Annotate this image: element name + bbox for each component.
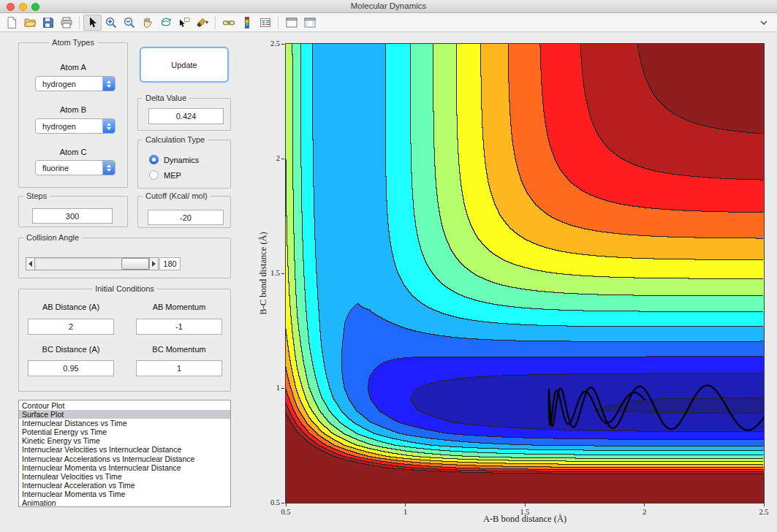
zoom-in-icon[interactable] xyxy=(102,15,120,31)
list-item[interactable]: Internuclear Momenta vs Time xyxy=(19,490,230,498)
ab-momentum-field[interactable]: -1 xyxy=(136,319,222,335)
toolbar-separator xyxy=(215,16,216,29)
x-tick-mark xyxy=(286,503,287,506)
plot-type-listbox[interactable]: Contour Plot Surface Plot Internuclear D… xyxy=(18,400,231,507)
radio-selected-icon[interactable] xyxy=(149,155,159,164)
window-controls xyxy=(7,3,39,11)
potential-energy-surface-plot[interactable] xyxy=(286,44,764,503)
steps-panel-title: Steps xyxy=(23,191,50,200)
ab-distance-field[interactable]: 2 xyxy=(28,319,114,335)
close-button[interactable] xyxy=(7,3,15,11)
ab-momentum-label: AB Momentum xyxy=(136,303,222,311)
atom-b-value: hydrogen xyxy=(42,122,76,131)
minimize-button[interactable] xyxy=(19,3,27,11)
title-bar: Molecular Dynamics xyxy=(0,0,777,13)
y-tick-mark xyxy=(281,388,284,389)
y-tick-label: 2.5 xyxy=(261,39,280,48)
update-button[interactable]: Update xyxy=(140,47,229,83)
cutoff-panel-title: Cutoff (Kcal/ mol) xyxy=(143,191,211,200)
initial-conditions-panel-title: Initial Conditions xyxy=(92,284,157,293)
list-item[interactable]: Internuclear Velocities vs Internuclear … xyxy=(19,445,230,454)
atom-c-label: Atom C xyxy=(18,148,128,156)
pan-hand-icon[interactable] xyxy=(138,15,156,31)
hide-plot-tools-icon[interactable] xyxy=(282,15,300,31)
atom-b-label: Atom B xyxy=(18,105,128,114)
print-icon[interactable] xyxy=(57,15,75,31)
x-tick-mark xyxy=(764,503,765,506)
rotate-3d-icon[interactable] xyxy=(156,15,175,31)
list-item[interactable]: Contour Plot xyxy=(19,401,230,410)
atom-b-dropdown[interactable]: hydrogen xyxy=(35,118,115,134)
y-tick-label: 0.5 xyxy=(261,498,280,506)
combo-stepper-icon xyxy=(102,77,115,91)
list-item[interactable]: Animation xyxy=(19,498,230,507)
pointer-tool-icon[interactable] xyxy=(83,15,102,31)
figure-toolbar: ▾ xyxy=(0,13,777,32)
link-plot-icon[interactable] xyxy=(219,15,238,31)
y-tick-mark xyxy=(281,44,284,45)
atom-a-label: Atom A xyxy=(18,63,128,72)
atom-c-dropdown[interactable]: fluorine xyxy=(35,160,115,175)
atom-types-panel-title: Atom Types xyxy=(49,38,97,47)
zoom-out-icon[interactable] xyxy=(120,15,138,31)
left-arrow-icon xyxy=(29,261,32,267)
atom-a-dropdown[interactable]: hydrogen xyxy=(35,76,115,91)
combo-stepper-icon xyxy=(102,119,115,133)
brush-icon[interactable]: ▾ xyxy=(193,15,211,31)
y-tick-mark xyxy=(281,273,284,274)
delta-value-panel-title: Delta Value xyxy=(143,94,189,102)
show-plot-tools-icon[interactable] xyxy=(300,15,319,31)
save-icon[interactable] xyxy=(39,15,57,31)
toolbar-separator xyxy=(278,16,278,29)
cutoff-field[interactable]: -20 xyxy=(148,210,224,225)
insert-legend-icon[interactable] xyxy=(256,15,274,31)
list-item[interactable]: Internuclear Accelerations vs Internucle… xyxy=(19,455,230,463)
x-tick-label: 1.5 xyxy=(514,508,536,516)
list-item-selected[interactable]: Surface Plot xyxy=(19,410,230,419)
y-tick-label: 2 xyxy=(261,154,280,162)
collision-angle-field[interactable]: 180 xyxy=(159,257,181,270)
list-item[interactable]: Internuclear Momenta vs Internuclear Dis… xyxy=(19,463,230,472)
brush-dropdown-caret-icon[interactable]: ▾ xyxy=(205,19,208,26)
list-item[interactable]: Internuclear Distances vs Time xyxy=(19,419,230,428)
x-tick-mark xyxy=(644,503,645,506)
list-item[interactable]: Potential Energy vs Time xyxy=(19,428,230,436)
list-item[interactable]: Kinetic Energy vs Time xyxy=(19,436,230,445)
y-tick-mark xyxy=(281,159,284,159)
plot-region xyxy=(285,43,765,503)
delta-value-field[interactable]: 0.424 xyxy=(148,108,224,124)
data-cursor-icon[interactable] xyxy=(175,15,193,31)
mep-radio-label: MEP xyxy=(164,171,181,180)
list-item[interactable]: Internulear Velocities vs Time xyxy=(19,472,230,481)
collision-angle-panel-title: Collision Angle xyxy=(23,233,82,242)
open-folder-icon[interactable] xyxy=(20,15,39,31)
y-tick-label: 1 xyxy=(261,384,280,392)
ab-distance-label: AB Distance (A) xyxy=(28,303,114,311)
combo-stepper-icon xyxy=(102,161,115,175)
x-tick-label: 2 xyxy=(634,508,656,516)
bc-distance-field[interactable]: 0.95 xyxy=(28,360,114,376)
x-tick-mark xyxy=(525,503,526,506)
insert-colorbar-icon[interactable] xyxy=(238,15,256,31)
slider-right-arrow-button[interactable] xyxy=(149,257,159,270)
list-item[interactable]: Internuclear Acceleration vs Time xyxy=(19,481,230,490)
dynamics-radio-label: Dynamics xyxy=(164,156,199,164)
bc-momentum-field[interactable]: 1 xyxy=(136,360,222,376)
slider-left-arrow-button[interactable] xyxy=(26,257,35,270)
atom-c-value: fluorine xyxy=(42,164,69,172)
x-tick-label: 0.5 xyxy=(275,508,297,516)
x-tick-label: 2.5 xyxy=(753,508,775,516)
y-tick-label: 1.5 xyxy=(261,269,280,277)
collision-angle-slider-thumb[interactable] xyxy=(121,258,149,270)
calculation-type-panel-title: Calculation Type xyxy=(143,135,208,144)
dynamics-radio-row[interactable]: Dynamics xyxy=(149,155,199,164)
mep-radio-row[interactable]: MEP xyxy=(149,170,181,180)
new-document-icon[interactable] xyxy=(2,15,20,31)
window-title: Molecular Dynamics xyxy=(0,0,777,13)
bc-distance-label: BC Distance (A) xyxy=(28,345,114,354)
radio-unselected-icon[interactable] xyxy=(149,170,159,180)
zoom-button[interactable] xyxy=(31,3,39,11)
atom-a-value: hydrogen xyxy=(42,80,76,88)
toolbar-overflow-chevron-icon[interactable] xyxy=(754,15,773,31)
steps-field[interactable]: 300 xyxy=(32,208,113,224)
